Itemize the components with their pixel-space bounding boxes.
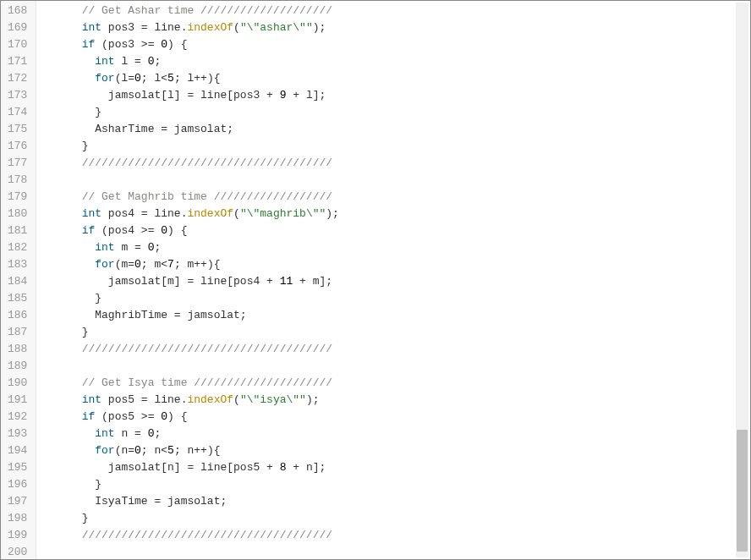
line-number: 179 bbox=[8, 189, 27, 206]
line-number: 168 bbox=[8, 3, 27, 19]
line-number: 176 bbox=[8, 138, 27, 155]
line-number: 194 bbox=[8, 442, 27, 459]
line-number: 173 bbox=[8, 87, 27, 104]
code-line: int m = 0; bbox=[55, 239, 750, 256]
code-line bbox=[55, 172, 750, 189]
line-number: 193 bbox=[8, 425, 27, 442]
code-line: } bbox=[55, 510, 750, 527]
line-number: 199 bbox=[8, 527, 27, 544]
line-number: 178 bbox=[8, 172, 27, 189]
code-line bbox=[55, 544, 750, 559]
line-number: 190 bbox=[8, 375, 27, 392]
line-number-gutter: 1681691701711721731741751761771781791801… bbox=[1, 1, 36, 559]
line-number: 180 bbox=[8, 206, 27, 222]
line-number: 200 bbox=[8, 544, 27, 559]
code-line: // Get Isya time ///////////////////// bbox=[55, 375, 750, 392]
code-line: if (pos3 >= 0) { bbox=[55, 36, 750, 53]
code-line: } bbox=[55, 476, 750, 493]
code-line: } bbox=[55, 138, 750, 155]
line-number: 175 bbox=[8, 121, 27, 138]
code-line: } bbox=[55, 290, 750, 307]
line-number: 195 bbox=[8, 459, 27, 476]
code-line: for(l=0; l<5; l++){ bbox=[55, 70, 750, 87]
line-number: 188 bbox=[8, 341, 27, 358]
line-number: 172 bbox=[8, 70, 27, 87]
code-line: int l = 0; bbox=[55, 53, 750, 70]
scrollbar-thumb[interactable] bbox=[737, 430, 748, 552]
code-line: for(n=0; n<5; n++){ bbox=[55, 442, 750, 459]
line-number: 171 bbox=[8, 53, 27, 70]
code-line: } bbox=[55, 324, 750, 341]
code-line: // Get Maghrib time ////////////////// bbox=[55, 189, 750, 206]
line-number: 170 bbox=[8, 36, 27, 53]
line-number: 191 bbox=[8, 392, 27, 409]
code-line: MaghribTime = jamsolat; bbox=[55, 307, 750, 324]
code-line bbox=[55, 358, 750, 375]
code-line: ////////////////////////////////////// bbox=[55, 527, 750, 544]
code-line: // Get Ashar time //////////////////// bbox=[55, 3, 750, 19]
line-number: 196 bbox=[8, 476, 27, 493]
line-number: 185 bbox=[8, 290, 27, 307]
code-line: if (pos4 >= 0) { bbox=[55, 222, 750, 239]
code-line: AsharTime = jamsolat; bbox=[55, 121, 750, 138]
code-line: jamsolat[n] = line[pos5 + 8 + n]; bbox=[55, 459, 750, 476]
code-line: } bbox=[55, 104, 750, 121]
code-editor[interactable]: 1681691701711721731741751761771781791801… bbox=[1, 1, 750, 559]
code-line: jamsolat[m] = line[pos4 + 11 + m]; bbox=[55, 273, 750, 290]
line-number: 187 bbox=[8, 324, 27, 341]
code-line: ////////////////////////////////////// bbox=[55, 155, 750, 172]
code-line: int pos4 = line.indexOf("\"maghrib\""); bbox=[55, 206, 750, 222]
line-number: 184 bbox=[8, 273, 27, 290]
code-text-area[interactable]: // Get Ashar time //////////////////// i… bbox=[36, 1, 750, 559]
code-line: int n = 0; bbox=[55, 425, 750, 442]
code-line: for(m=0; m<7; m++){ bbox=[55, 256, 750, 273]
line-number: 174 bbox=[8, 104, 27, 121]
code-line: int pos5 = line.indexOf("\"isya\""); bbox=[55, 392, 750, 409]
code-line: IsyaTime = jamsolat; bbox=[55, 493, 750, 510]
line-number: 189 bbox=[8, 358, 27, 375]
line-number: 198 bbox=[8, 510, 27, 527]
line-number: 182 bbox=[8, 239, 27, 256]
vertical-scrollbar[interactable] bbox=[736, 3, 748, 557]
line-number: 181 bbox=[8, 222, 27, 239]
code-line: int pos3 = line.indexOf("\"ashar\""); bbox=[55, 19, 750, 36]
line-number: 183 bbox=[8, 256, 27, 273]
line-number: 197 bbox=[8, 493, 27, 510]
line-number: 169 bbox=[8, 19, 27, 36]
line-number: 192 bbox=[8, 409, 27, 425]
line-number: 177 bbox=[8, 155, 27, 172]
code-line: jamsolat[l] = line[pos3 + 9 + l]; bbox=[55, 87, 750, 104]
line-number: 186 bbox=[8, 307, 27, 324]
code-line: ////////////////////////////////////// bbox=[55, 341, 750, 358]
code-line: if (pos5 >= 0) { bbox=[55, 409, 750, 425]
